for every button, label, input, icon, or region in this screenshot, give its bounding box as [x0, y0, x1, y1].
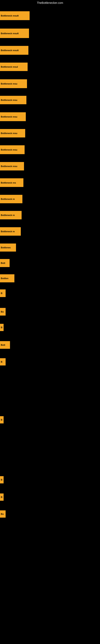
bottleneck-bar-21: Bott [0, 341, 10, 349]
bottleneck-bar-16: Bott [0, 259, 10, 267]
bottleneck-bar-22: B [0, 358, 6, 366]
bottleneck-bar-25: B [0, 494, 3, 501]
bottleneck-bar-18: B [0, 290, 6, 297]
bottleneck-bar-15: Bottlenec [0, 244, 16, 252]
bottleneck-bar-13: Bottleneck re [0, 211, 22, 219]
bottleneck-bar-5: Bottleneck resu [0, 79, 27, 88]
site-title: TheBottlenecker.com [0, 0, 100, 5]
bottleneck-bar-9: Bottleneck resu [0, 145, 25, 154]
bottleneck-bar-7: Bottleneck resu [0, 112, 26, 121]
bottleneck-bar-12: Bottleneck re [0, 195, 22, 203]
bottleneck-bar-6: Bottleneck resu [0, 96, 26, 104]
bottleneck-bar-19: Bo [0, 308, 6, 316]
bottleneck-bar-14: Bottleneck re [0, 227, 21, 236]
bottleneck-bar-8: Bottleneck resu [0, 129, 25, 138]
bottleneck-bar-20: B [0, 324, 3, 331]
bottleneck-bar-4: Bottleneck resul [0, 62, 28, 71]
bottleneck-bar-17: Bottlen [0, 274, 14, 282]
bottleneck-bar-11: Bottleneck res [0, 178, 23, 187]
bottleneck-bar-10: Bottleneck resu [0, 162, 24, 170]
bottleneck-bar-24: B [0, 476, 3, 484]
bottleneck-bar-2: Bottleneck result [0, 28, 29, 38]
bottleneck-bar-3: Bottleneck result [0, 46, 28, 55]
bottleneck-bar-23: B [0, 416, 3, 424]
bottleneck-bar-26: Bo [0, 510, 6, 518]
bottleneck-bar-1: Bottleneck result [0, 11, 30, 20]
